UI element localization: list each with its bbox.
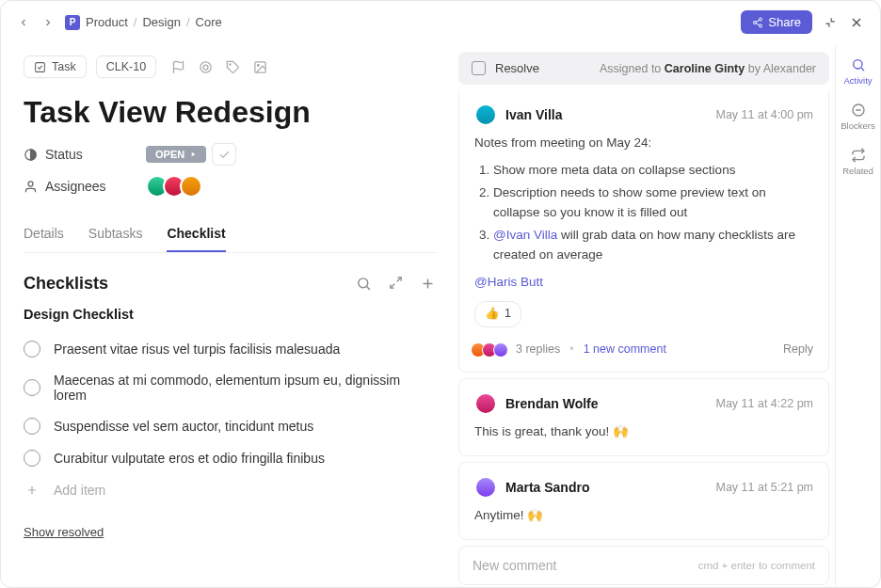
comment-card: Ivan Villa May 11 at 4:00 pm Notes from …	[458, 90, 829, 373]
assigned-to: Assigned to Caroline Ginty by Alexander	[600, 62, 816, 75]
comment-composer[interactable]: New comment cmd + enter to comment	[458, 546, 829, 585]
svg-point-17	[359, 278, 368, 288]
svg-line-4	[757, 23, 761, 24]
tab-subtasks[interactable]: Subtasks	[88, 216, 143, 252]
resolve-checkbox[interactable]	[472, 61, 486, 75]
comment-time: May 11 at 4:00 pm	[715, 108, 813, 121]
checkbox-circle[interactable]	[24, 379, 40, 396]
svg-point-25	[853, 60, 861, 69]
comment-time: May 11 at 5:21 pm	[715, 481, 813, 494]
nav-back-icon[interactable]	[16, 15, 31, 30]
checklist-title: Design Checklist	[24, 307, 436, 322]
collapse-icon[interactable]	[822, 14, 839, 31]
status-label: Status	[45, 147, 83, 162]
task-badge[interactable]: Task	[24, 56, 87, 78]
checklist-item[interactable]: Suspendisse vel sem auctor, tincidunt me…	[24, 410, 436, 442]
svg-line-3	[757, 20, 761, 22]
avatar[interactable]	[474, 476, 497, 499]
checkbox-circle[interactable]	[24, 450, 40, 467]
svg-point-2	[760, 24, 762, 27]
svg-point-11	[230, 63, 231, 64]
comment-time: May 11 at 4:22 pm	[715, 397, 813, 410]
svg-point-13	[257, 64, 259, 66]
svg-rect-7	[36, 62, 45, 72]
reaction-pill[interactable]: 👍1	[474, 301, 521, 326]
mention[interactable]: @Ivan Villa	[493, 228, 557, 242]
rail-tab-activity[interactable]: Activity	[843, 57, 872, 86]
checklist-item[interactable]: Maecenas at mi commodo, elementum ipsum …	[24, 365, 436, 410]
rail-tab-blockers[interactable]: Blockers	[841, 103, 874, 131]
reply-count[interactable]: 3 replies	[516, 341, 560, 358]
svg-point-0	[760, 18, 762, 21]
flag-icon[interactable]	[171, 60, 185, 74]
tab-checklist[interactable]: Checklist	[167, 216, 225, 252]
assignees-avatars[interactable]	[146, 175, 202, 198]
svg-line-19	[397, 278, 401, 281]
add-item-button[interactable]: Add item	[24, 474, 436, 506]
svg-point-16	[28, 181, 33, 185]
tab-details[interactable]: Details	[24, 216, 64, 252]
target-icon[interactable]	[199, 60, 213, 74]
checklist-item-text: Praesent vitae risus vel turpis facilisi…	[54, 342, 340, 357]
avatar[interactable]	[474, 103, 497, 126]
comment-author: Marta Sandro	[505, 480, 589, 495]
svg-line-26	[861, 68, 864, 71]
breadcrumb-item[interactable]: Core	[196, 15, 222, 29]
checklists-heading: Checklists	[24, 274, 108, 294]
product-icon: P	[65, 15, 80, 30]
avatar[interactable]	[474, 392, 497, 415]
svg-line-18	[367, 287, 370, 290]
new-comment-link[interactable]: 1 new comment	[584, 341, 666, 358]
share-label: Share	[768, 15, 801, 29]
checklist-item[interactable]: Curabitur vulputate eros et odio fringil…	[24, 442, 436, 474]
assignees-label: Assignees	[45, 179, 106, 194]
breadcrumb-item[interactable]: Product	[86, 15, 128, 29]
image-icon[interactable]	[253, 60, 267, 74]
svg-marker-15	[192, 152, 196, 157]
nav-forward-icon[interactable]	[40, 15, 56, 30]
avatar[interactable]	[180, 175, 202, 198]
comment-author: Ivan Villa	[505, 107, 562, 122]
task-id-badge[interactable]: CLK-10	[96, 56, 156, 78]
reply-button[interactable]: Reply	[783, 341, 813, 358]
mention[interactable]: @Haris Butt	[474, 275, 543, 289]
checklist-item[interactable]: Praesent vitae risus vel turpis facilisi…	[24, 333, 436, 365]
close-icon[interactable]	[848, 14, 865, 31]
comment-author: Brendan Wolfe	[505, 396, 599, 411]
page-title: Task View Redesign	[24, 95, 436, 130]
status-check-button[interactable]	[212, 143, 236, 166]
add-icon[interactable]	[420, 276, 436, 292]
breadcrumb: P Product / Design / Core	[65, 15, 222, 30]
svg-line-20	[391, 284, 394, 288]
svg-point-10	[203, 65, 208, 70]
breadcrumb-item[interactable]: Design	[142, 15, 180, 29]
svg-point-1	[754, 21, 757, 24]
resolve-label: Resolve	[495, 61, 539, 75]
rail-tab-related[interactable]: Related	[842, 148, 873, 176]
show-resolved-link[interactable]: Show resolved	[24, 525, 436, 539]
checklist-item-text: Suspendisse vel sem auctor, tincidunt me…	[54, 419, 313, 434]
checklist-item-text: Curabitur vulputate eros et odio fringil…	[54, 451, 325, 466]
checkbox-circle[interactable]	[24, 418, 40, 435]
comment-card: Brendan Wolfe May 11 at 4:22 pm This is …	[458, 378, 829, 456]
share-button[interactable]: Share	[741, 10, 812, 34]
expand-icon[interactable]	[389, 276, 403, 292]
checklist-item-text: Maecenas at mi commodo, elementum ipsum …	[54, 373, 436, 403]
comment-card: Marta Sandro May 11 at 5:21 pm Anytime! …	[458, 462, 829, 540]
tag-icon[interactable]	[226, 60, 240, 74]
svg-point-9	[200, 61, 211, 72]
status-pill[interactable]: OPEN	[146, 146, 206, 163]
checkbox-circle[interactable]	[24, 341, 40, 358]
search-icon[interactable]	[356, 276, 372, 292]
